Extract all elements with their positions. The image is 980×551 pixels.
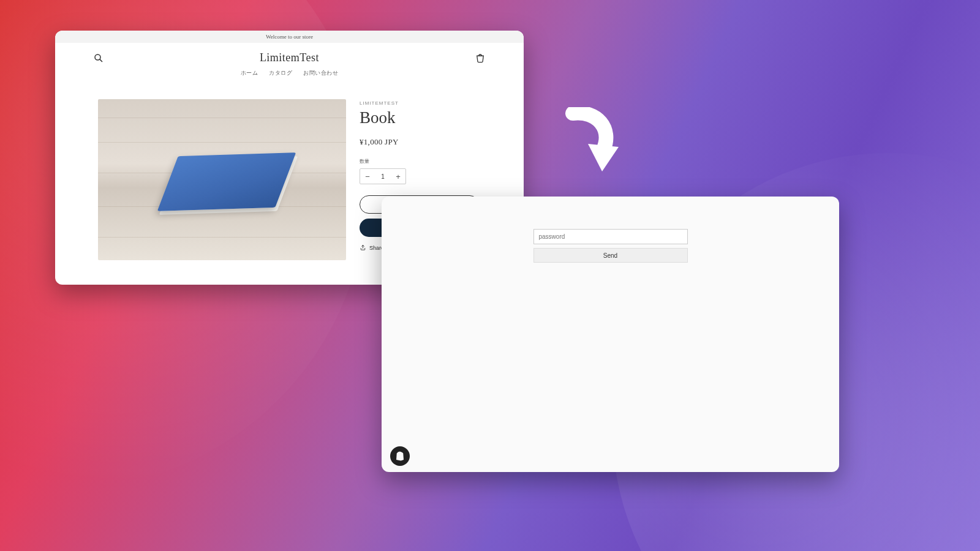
quantity-stepper: − 1 +: [360, 168, 406, 184]
svg-marker-2: [588, 144, 619, 171]
nav-contact[interactable]: お問い合わせ: [303, 69, 338, 77]
announcement-bar: Welcome to our store: [55, 31, 524, 43]
shopify-badge[interactable]: [390, 446, 410, 466]
quantity-increase-button[interactable]: +: [391, 169, 405, 184]
store-logo[interactable]: LimitemTest: [260, 51, 319, 64]
share-icon: [360, 244, 366, 251]
product-price: ¥1,000 JPY: [360, 137, 481, 147]
nav-home[interactable]: ホーム: [241, 69, 258, 77]
svg-line-1: [100, 59, 102, 61]
quantity-value: 1: [375, 173, 391, 180]
store-header: LimitemTest: [55, 43, 524, 69]
shopify-icon: [394, 451, 405, 462]
search-icon[interactable]: [93, 53, 104, 64]
quantity-label: 数量: [360, 158, 481, 165]
quantity-decrease-button[interactable]: −: [360, 169, 375, 184]
product-brand: LIMITEMTEST: [360, 100, 481, 106]
product-title: Book: [360, 108, 481, 127]
password-window: Send: [382, 197, 839, 472]
send-button[interactable]: Send: [533, 248, 688, 263]
cart-icon[interactable]: [475, 53, 486, 64]
main-nav: ホーム カタログ お問い合わせ: [55, 69, 524, 86]
product-image[interactable]: [98, 99, 346, 260]
book-illustration: [168, 136, 291, 231]
svg-point-0: [95, 54, 100, 60]
password-form: Send: [533, 229, 688, 263]
arrow-icon: [554, 107, 628, 181]
buy-now-button[interactable]: [360, 219, 384, 237]
nav-catalog[interactable]: カタログ: [269, 69, 292, 77]
password-input[interactable]: [533, 229, 688, 244]
